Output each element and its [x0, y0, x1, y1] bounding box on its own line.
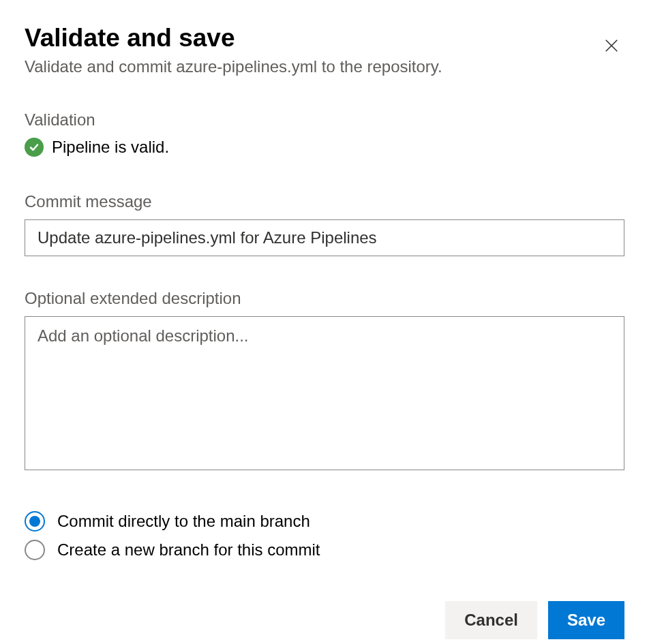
commit-message-label: Commit message	[25, 192, 624, 211]
save-button[interactable]: Save	[548, 601, 624, 639]
radio-commit-main[interactable]: Commit directly to the main branch	[25, 511, 624, 532]
close-icon	[604, 38, 619, 55]
radio-icon	[25, 511, 45, 532]
checkmark-circle-icon	[25, 138, 44, 157]
validation-status-text: Pipeline is valid.	[52, 138, 169, 157]
dialog-title: Validate and save	[25, 25, 442, 52]
branch-option-group: Commit directly to the main branch Creat…	[25, 511, 624, 560]
description-label: Optional extended description	[25, 289, 624, 308]
close-button[interactable]	[599, 33, 624, 61]
cancel-button[interactable]: Cancel	[445, 601, 537, 639]
radio-label-main: Commit directly to the main branch	[57, 512, 310, 531]
commit-message-input[interactable]	[25, 219, 624, 256]
radio-icon	[25, 540, 45, 560]
radio-label-new-branch: Create a new branch for this commit	[57, 540, 320, 559]
validation-label: Validation	[25, 110, 624, 129]
dialog-subtitle: Validate and commit azure-pipelines.yml …	[25, 55, 442, 78]
validation-status: Pipeline is valid.	[25, 138, 624, 157]
description-textarea[interactable]	[25, 316, 624, 470]
radio-create-branch[interactable]: Create a new branch for this commit	[25, 540, 624, 560]
